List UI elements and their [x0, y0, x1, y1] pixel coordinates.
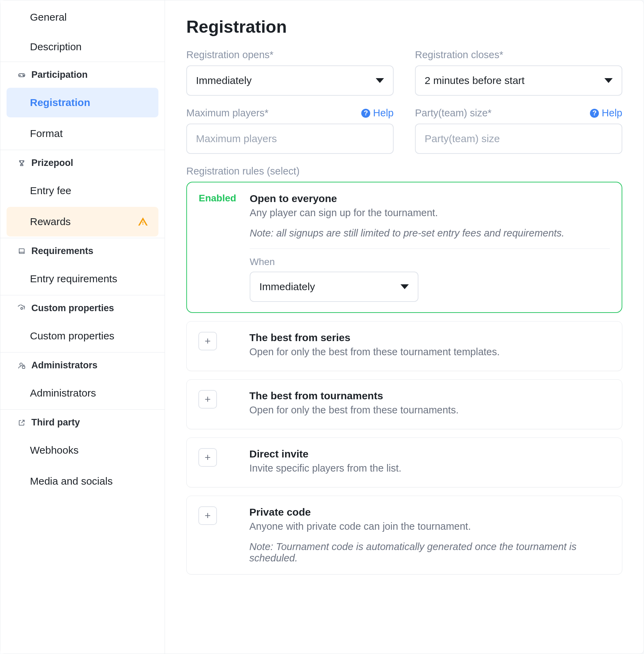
sidebar-item-media-socials[interactable]: Media and socials [7, 466, 158, 496]
sidebar-item-label: Custom properties [30, 330, 114, 342]
add-rule-button[interactable]: + [198, 448, 217, 467]
label-text: Registration closes* [415, 49, 503, 61]
warning-icon [138, 217, 148, 227]
rule-action-side: + [198, 332, 239, 360]
sidebar-item-entry-requirements[interactable]: Entry requirements [7, 264, 158, 294]
registration-closes-select[interactable]: 2 minutes before start [415, 65, 622, 96]
rule-title: The best from tournaments [249, 390, 610, 402]
gear-icon [17, 304, 27, 313]
sidebar-group-label: Prizepool [31, 158, 73, 168]
trophy-icon [17, 158, 27, 168]
sidebar-item-label: Administrators [30, 387, 96, 399]
sidebar-item-registration[interactable]: Registration [7, 88, 158, 117]
sidebar-group-participation: Participation [0, 62, 165, 86]
sidebar-group-custom-properties: Custom properties [0, 295, 165, 320]
party-size-input-wrapper [415, 124, 622, 154]
sidebar-item-description[interactable]: Description [7, 32, 158, 62]
rule-card-best-series[interactable]: + The best from series Open for only the… [186, 321, 622, 371]
rule-body: The best from tournaments Open for only … [249, 390, 610, 419]
chevron-down-icon [376, 78, 384, 83]
help-link-max-players[interactable]: ? Help [361, 107, 394, 119]
rule-action-side: + [198, 506, 239, 564]
sidebar-item-label: Rewards [30, 216, 71, 228]
sidebar-item-format[interactable]: Format [7, 119, 158, 148]
sidebar-item-rewards[interactable]: Rewards [7, 207, 158, 236]
chevron-down-icon [604, 78, 613, 83]
sidebar-group-label: Custom properties [31, 303, 114, 314]
chevron-down-icon [401, 284, 409, 289]
page-title: Registration [186, 17, 622, 37]
rule-desc: Open for only the best from these tourna… [249, 404, 610, 416]
sidebar-top-group: General Description [0, 2, 165, 62]
sidebar-group-label: Third party [31, 417, 80, 428]
label-text: Maximum players* [186, 107, 269, 119]
row-registration-time: Registration opens* Immediately Registra… [186, 49, 622, 96]
external-link-icon [17, 418, 27, 428]
registration-opens-select[interactable]: Immediately [186, 65, 394, 96]
when-label: When [250, 256, 610, 267]
rule-note: Note: Tournament code is automatically g… [249, 541, 610, 564]
field-label: Registration opens* [186, 49, 394, 61]
sidebar-item-administrators[interactable]: Administrators [7, 378, 158, 408]
rule-open-when-select[interactable]: Immediately [250, 272, 418, 302]
max-players-input-wrapper [186, 124, 394, 154]
field-label: Party(team) size* ? Help [415, 107, 622, 119]
divider [250, 249, 610, 249]
app-shell: General Description Participation Regist… [0, 0, 644, 654]
sidebar-group-prizepool: Prizepool [0, 150, 165, 175]
add-rule-button[interactable]: + [198, 332, 217, 350]
rule-body: Open to everyone Any player can sign up … [250, 193, 610, 302]
rule-action-side: + [198, 390, 239, 419]
rule-action-side: + [198, 448, 239, 477]
main-content: Registration Registration opens* Immedia… [165, 0, 644, 654]
help-link-party-size[interactable]: ? Help [590, 107, 622, 119]
sidebar-item-label: Entry fee [30, 185, 71, 197]
sidebar-item-label: Description [30, 41, 82, 53]
rule-status-side: Enabled [199, 193, 239, 302]
svg-rect-5 [22, 366, 25, 368]
svg-point-2 [23, 75, 24, 76]
rule-card-best-tournaments[interactable]: + The best from tournaments Open for onl… [186, 379, 622, 429]
sidebar: General Description Participation Regist… [0, 0, 165, 654]
svg-point-3 [21, 307, 23, 309]
sidebar-item-label: General [30, 11, 67, 23]
help-text: Help [373, 107, 394, 119]
field-registration-opens: Registration opens* Immediately [186, 49, 394, 96]
field-party-size: Party(team) size* ? Help [415, 107, 622, 154]
rule-desc: Invite specific players from the list. [249, 463, 610, 474]
sidebar-item-custom-properties[interactable]: Custom properties [7, 321, 158, 351]
enabled-status: Enabled [199, 193, 236, 204]
add-rule-button[interactable]: + [198, 390, 217, 409]
user-lock-icon [17, 361, 27, 370]
party-size-input[interactable] [425, 133, 613, 145]
sidebar-item-label: Format [30, 128, 63, 139]
field-label: Maximum players* ? Help [186, 107, 394, 119]
rule-desc: Anyone with private code can join the to… [249, 521, 610, 532]
rule-card-private-code[interactable]: + Private code Anyone with private code … [186, 496, 622, 574]
sidebar-group-label: Administrators [31, 360, 97, 371]
sidebar-item-label: Media and socials [30, 475, 113, 487]
label-text: Registration opens* [186, 49, 273, 61]
sidebar-item-general[interactable]: General [7, 2, 158, 32]
add-rule-button[interactable]: + [198, 506, 217, 525]
sidebar-group-third-party: Third party [0, 409, 165, 434]
rule-note: Note: all signups are still limited to p… [250, 228, 610, 239]
select-value: 2 minutes before start [425, 75, 524, 86]
sidebar-group-requirements: Requirements [0, 238, 165, 263]
rule-card-open-to-everyone[interactable]: Enabled Open to everyone Any player can … [186, 182, 622, 313]
rule-body: Private code Anyone with private code ca… [249, 506, 610, 564]
rule-title: Direct invite [249, 448, 610, 460]
rule-card-direct-invite[interactable]: + Direct invite Invite specific players … [186, 437, 622, 487]
rules-section-label: Registration rules (select) [186, 166, 622, 177]
sidebar-item-entry-fee[interactable]: Entry fee [7, 176, 158, 205]
sidebar-group-label: Participation [31, 70, 88, 80]
field-label: Registration closes* [415, 49, 622, 61]
sidebar-group-administrators: Administrators [0, 352, 165, 377]
svg-point-4 [20, 363, 22, 365]
max-players-input[interactable] [196, 133, 384, 145]
sidebar-item-webhooks[interactable]: Webhooks [7, 435, 158, 465]
rule-title: Private code [249, 506, 610, 518]
controller-icon [17, 70, 27, 80]
select-value: Immediately [259, 281, 315, 293]
rule-desc: Any player can sign up for the tournamen… [250, 207, 610, 219]
